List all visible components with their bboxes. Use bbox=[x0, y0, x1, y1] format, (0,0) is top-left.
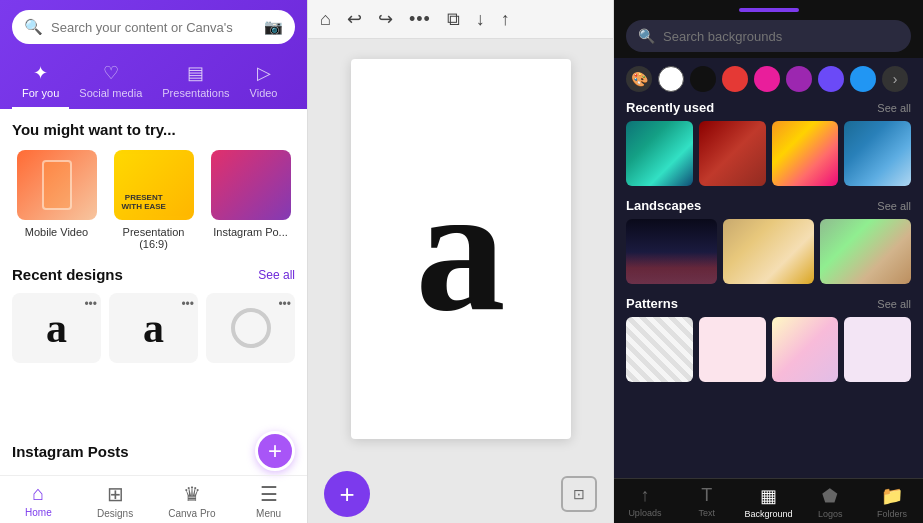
landscapes-see-all[interactable]: See all bbox=[877, 200, 911, 212]
bottom-nav-designs[interactable]: ⊞ Designs bbox=[77, 482, 154, 519]
bg-thumb-ocean[interactable] bbox=[844, 121, 911, 186]
try-section-title: You might want to try... bbox=[12, 121, 295, 138]
recently-used-grid bbox=[626, 121, 911, 186]
home-nav-icon[interactable]: ⌂ bbox=[320, 9, 331, 30]
bg-thumb-pattern1[interactable] bbox=[626, 317, 693, 382]
bg-thumb-pattern2[interactable] bbox=[699, 317, 766, 382]
try-card-mobile-video-thumb bbox=[17, 150, 97, 220]
tab-for-you[interactable]: ✦ For you bbox=[12, 56, 69, 109]
main-search-input[interactable] bbox=[51, 20, 256, 35]
panel3-content: Recently used See all Landscapes See all bbox=[614, 100, 923, 478]
tab-social-media[interactable]: ♡ Social media bbox=[69, 56, 152, 109]
mobile-thumb-graphic bbox=[42, 160, 72, 210]
recent-see-all[interactable]: See all bbox=[258, 268, 295, 282]
bg-thumb-pattern-floral[interactable] bbox=[772, 317, 839, 382]
canvas-area[interactable]: a bbox=[308, 39, 613, 459]
redo-icon[interactable]: ↪ bbox=[378, 8, 393, 30]
card-menu-icon-2[interactable]: ••• bbox=[181, 297, 194, 311]
panel3-nav-folders[interactable]: 📁 Folders bbox=[861, 485, 923, 519]
crown-icon: ♛ bbox=[183, 482, 201, 506]
recent-card-1[interactable]: ••• a bbox=[12, 293, 101, 363]
home-panel: 🔍 📷 ✦ For you ♡ Social media ▤ Presentat… bbox=[0, 0, 307, 523]
landscapes-header: Landscapes See all bbox=[626, 198, 911, 213]
recent-section: Recent designs See all ••• a ••• a ••• bbox=[12, 266, 295, 363]
panel3-nav-uploads[interactable]: ↑ Uploads bbox=[614, 485, 676, 519]
bg-search-icon: 🔍 bbox=[638, 28, 655, 44]
panel1-header: 🔍 📷 ✦ For you ♡ Social media ▤ Presentat… bbox=[0, 0, 307, 109]
swatch-white[interactable] bbox=[658, 66, 684, 92]
patterns-grid bbox=[626, 317, 911, 382]
canvas-toolbar: ⌂ ↩ ↪ ••• ⧉ ↓ ↑ bbox=[308, 0, 613, 39]
swatch-red[interactable] bbox=[722, 66, 748, 92]
swatch-black[interactable] bbox=[690, 66, 716, 92]
layout-view-button[interactable]: ⊡ bbox=[561, 476, 597, 512]
bottom-nav-menu[interactable]: ☰ Menu bbox=[230, 482, 307, 519]
tab-social-media-label: Social media bbox=[79, 87, 142, 99]
main-search-bar[interactable]: 🔍 📷 bbox=[12, 10, 295, 44]
bg-thumb-red-texture[interactable] bbox=[699, 121, 766, 186]
tab-video[interactable]: ▷ Video bbox=[240, 56, 288, 109]
undo-icon[interactable]: ↩ bbox=[347, 8, 362, 30]
bg-search-input[interactable] bbox=[663, 29, 899, 44]
recent-card-2[interactable]: ••• a bbox=[109, 293, 198, 363]
bg-thumb-aurora[interactable] bbox=[626, 121, 693, 186]
swatch-more-button[interactable]: › bbox=[882, 66, 908, 92]
card-menu-icon-1[interactable]: ••• bbox=[84, 297, 97, 311]
recent-cards-list: ••• a ••• a ••• bbox=[12, 293, 295, 363]
try-card-mobile-video-label: Mobile Video bbox=[25, 226, 88, 238]
designs-icon: ⊞ bbox=[107, 482, 124, 506]
presentation-text: PRESENTWITH EASE bbox=[122, 193, 166, 212]
bg-thumb-desert[interactable] bbox=[723, 219, 814, 284]
bottom-nav-canva-pro[interactable]: ♛ Canva Pro bbox=[154, 482, 231, 519]
try-card-presentation[interactable]: PRESENTWITH EASE Presentation (16:9) bbox=[109, 150, 198, 250]
swatch-violet[interactable] bbox=[818, 66, 844, 92]
recently-used-section: Recently used See all bbox=[626, 100, 911, 186]
recent-card-3[interactable]: ••• bbox=[206, 293, 295, 363]
bg-search-bar[interactable]: 🔍 bbox=[626, 20, 911, 52]
duplicate-icon[interactable]: ⧉ bbox=[447, 9, 460, 30]
text-icon: T bbox=[701, 485, 712, 506]
uploads-icon: ↑ bbox=[640, 485, 649, 506]
palette-icon[interactable]: 🎨 bbox=[626, 66, 652, 92]
category-tabs: ✦ For you ♡ Social media ▤ Presentations… bbox=[12, 56, 295, 109]
panel1-content: You might want to try... Mobile Video PR… bbox=[0, 109, 307, 421]
canvas-document[interactable]: a bbox=[351, 59, 571, 439]
swatch-blue[interactable] bbox=[850, 66, 876, 92]
tab-presentations[interactable]: ▤ Presentations bbox=[152, 56, 239, 109]
panel3-nav-uploads-label: Uploads bbox=[628, 508, 661, 518]
canvas-add-button[interactable]: + bbox=[324, 471, 370, 517]
more-options-icon[interactable]: ••• bbox=[409, 9, 431, 30]
bg-thumb-colorful[interactable] bbox=[772, 121, 839, 186]
heart-icon: ♡ bbox=[103, 62, 119, 84]
bg-thumb-pattern4[interactable] bbox=[844, 317, 911, 382]
try-card-mobile-video[interactable]: Mobile Video bbox=[12, 150, 101, 250]
bg-thumb-mountains[interactable] bbox=[820, 219, 911, 284]
bottom-nav-home[interactable]: ⌂ Home bbox=[0, 482, 77, 519]
panel3-nav-background[interactable]: ▦ Background bbox=[738, 485, 800, 519]
try-card-instagram[interactable]: Instagram Po... bbox=[206, 150, 295, 250]
menu-icon: ☰ bbox=[260, 482, 278, 506]
download-icon[interactable]: ↓ bbox=[476, 9, 485, 30]
share-icon[interactable]: ↑ bbox=[501, 9, 510, 30]
camera-icon[interactable]: 📷 bbox=[264, 18, 283, 36]
logos-icon: ⬟ bbox=[822, 485, 838, 507]
panel1-bottom-nav: ⌂ Home ⊞ Designs ♛ Canva Pro ☰ Menu bbox=[0, 475, 307, 523]
patterns-header: Patterns See all bbox=[626, 296, 911, 311]
landscapes-grid bbox=[626, 219, 911, 284]
recently-used-see-all[interactable]: See all bbox=[877, 102, 911, 114]
panel3-nav-text-label: Text bbox=[698, 508, 715, 518]
panel3-nav-logos-label: Logos bbox=[818, 509, 843, 519]
recently-used-title: Recently used bbox=[626, 100, 714, 115]
panel1-bottom-section: Instagram Posts + bbox=[0, 421, 307, 475]
swatch-purple[interactable] bbox=[786, 66, 812, 92]
patterns-see-all[interactable]: See all bbox=[877, 298, 911, 310]
panel3-nav-text[interactable]: T Text bbox=[676, 485, 738, 519]
bg-thumb-citynight[interactable] bbox=[626, 219, 717, 284]
home-icon: ⌂ bbox=[32, 482, 44, 505]
card-menu-icon-3[interactable]: ••• bbox=[278, 297, 291, 311]
instagram-add-button[interactable]: + bbox=[255, 431, 295, 471]
instagram-posts-row: Instagram Posts + bbox=[12, 431, 295, 471]
swatch-pink[interactable] bbox=[754, 66, 780, 92]
panel3-nav-logos[interactable]: ⬟ Logos bbox=[799, 485, 861, 519]
search-icon: 🔍 bbox=[24, 18, 43, 36]
